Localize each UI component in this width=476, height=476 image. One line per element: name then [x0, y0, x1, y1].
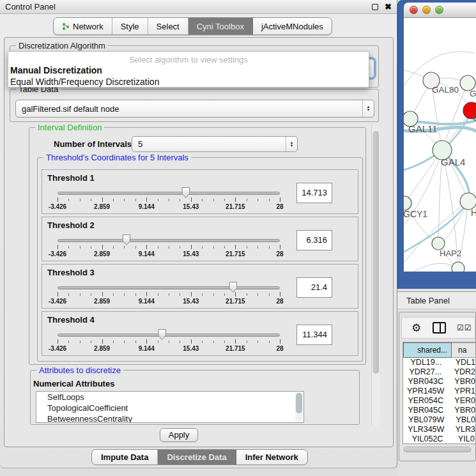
table-row[interactable]: YDL19...YDL1 [403, 358, 475, 367]
slider-tick [235, 292, 236, 296]
slider-tick [213, 199, 214, 201]
slider-ticks [58, 339, 280, 344]
top-tabstrip: Network Style Select Cyni Toolbox jActiv… [53, 17, 332, 35]
node-bottom[interactable] [452, 262, 464, 272]
table-row[interactable]: YPR145WYPR1 [403, 387, 475, 396]
slider-tick [58, 339, 58, 344]
algorithm-group-title: Discretization Algorithm [16, 41, 108, 50]
slider-thumb[interactable] [181, 187, 190, 198]
attribute-list-item[interactable]: TopologicalCoefficient [36, 403, 303, 413]
close-traffic-light-icon[interactable] [410, 6, 418, 14]
thresholds-group-title: Threshold's Coordinates for 5 Intervals [43, 153, 191, 162]
table-data-combo-value: galFiltered.sif default node [22, 104, 119, 114]
slider-tick-label: 28 [276, 250, 283, 257]
minimize-traffic-light-icon[interactable] [422, 6, 431, 14]
slider-tick [91, 341, 91, 343]
dropdown-option-equal-width[interactable]: Equal Width/Frequency Discretization [8, 76, 369, 88]
slider-tick-label: 9.144 [139, 345, 155, 352]
column-header-shared[interactable]: shared... [403, 342, 452, 358]
slider-tick-labels: -3.4262.8599.14415.4321.71528 [58, 250, 280, 258]
cell-name: YBL0 [449, 415, 475, 425]
slider-tick [269, 199, 270, 201]
tab-jactivemnodules-label: jActiveMNodules [261, 22, 323, 31]
tab-select[interactable]: Select [148, 18, 188, 35]
threshold-value-box[interactable]: 6.316 [296, 230, 332, 250]
slider-thumb[interactable] [229, 282, 237, 293]
table-row[interactable]: YBR043CYBR0 [403, 377, 475, 387]
slider-track[interactable] [58, 192, 280, 195]
table-horizontal-scrollbar[interactable] [402, 447, 473, 452]
close-icon[interactable]: ✖ [385, 4, 392, 10]
slider-tick-label: 28 [276, 298, 283, 305]
checkbox-icons[interactable]: ☑☑ [457, 323, 472, 332]
settings-vertical-scrollbar[interactable] [371, 123, 380, 426]
node-hap2[interactable] [432, 237, 445, 250]
network-canvas[interactable]: GAL80 G C GAL11 GAL4 GCY1 H HAP2 [404, 18, 476, 272]
number-of-intervals-value: 5 [138, 139, 142, 149]
threshold-label: Threshold 2 [47, 220, 95, 230]
slider-tick [68, 199, 69, 201]
slider-tick [202, 293, 203, 296]
cell-shared-name: YLR345W [403, 425, 449, 434]
tab-discretize-data[interactable]: Discretize Data [158, 450, 236, 464]
attributes-list-scrollbar[interactable] [295, 392, 303, 423]
slider-tick [91, 246, 91, 249]
tab-impute-data[interactable]: Impute Data [92, 450, 158, 464]
table-data-combo[interactable]: galFiltered.sif default node ▲▼ [15, 100, 374, 118]
tab-style[interactable]: Style [112, 18, 148, 35]
slider-track[interactable] [58, 334, 280, 337]
columns-icon[interactable] [433, 322, 446, 334]
slider-tick [180, 293, 180, 296]
table-row[interactable]: YIL052CYIL0 [403, 434, 475, 444]
threshold-value-box[interactable]: 11.344 [296, 325, 332, 345]
node-table[interactable]: shared... na YDL19...YDL1YDR27...YDR2YBR… [403, 342, 475, 444]
table-hscrollbar-thumb[interactable] [403, 447, 472, 452]
tab-infer-network[interactable]: Infer Network [236, 450, 307, 464]
table-row[interactable]: YBL079WYBL0 [403, 415, 475, 425]
numerical-attributes-list[interactable]: SelfLoopsTopologicalCoefficientBetweenne… [36, 391, 304, 423]
attributes-scrollbar-thumb[interactable] [296, 393, 302, 413]
combo-stepper-icon[interactable]: ▲▼ [286, 137, 297, 151]
apply-button[interactable]: Apply [160, 428, 198, 442]
tab-jactivemnodules[interactable]: jActiveMNodules [253, 18, 332, 35]
column-header-name[interactable]: na [452, 342, 475, 358]
slider-tick-label: 9.144 [139, 203, 155, 210]
settings-scrollbar-thumb[interactable] [372, 131, 379, 374]
slider-tick [191, 197, 192, 202]
slider-tick [146, 292, 147, 296]
table-row[interactable]: YDR27...YDR2 [403, 367, 475, 377]
threshold-value-box[interactable]: 21.4 [296, 277, 332, 298]
slider-ticks [58, 197, 280, 203]
slider-tick [146, 245, 147, 249]
combo-stepper-icon[interactable]: ▲▼ [362, 100, 374, 117]
gear-icon[interactable]: ⚙ [411, 323, 421, 334]
tab-cyni-toolbox[interactable]: Cyni Toolbox [188, 18, 253, 35]
window-title: Control Panel [5, 2, 56, 12]
float-window-icon[interactable] [372, 4, 378, 10]
slider-tick-label: 2.859 [94, 203, 110, 210]
slider-tick [169, 341, 169, 343]
node-gcy1[interactable] [404, 196, 411, 210]
slider-tick-label: 15.43 [183, 250, 199, 257]
zoom-traffic-light-icon[interactable] [435, 6, 443, 14]
slider-thumb[interactable] [122, 234, 130, 245]
slider-thumb[interactable] [158, 329, 166, 340]
slider-tick [124, 246, 125, 249]
table-row[interactable]: YER054CYER0 [403, 396, 475, 406]
cell-name: YIL0 [452, 434, 475, 444]
table-row[interactable]: YLR345WYLR3 [403, 425, 475, 434]
slider-track[interactable] [58, 239, 280, 242]
slider-track[interactable] [58, 286, 280, 289]
threshold-value-box[interactable]: 14.713 [296, 183, 332, 203]
attribute-list-item[interactable]: SelfLoops [36, 392, 303, 403]
slider-tick [280, 339, 280, 344]
slider-tick [169, 246, 169, 249]
slider-tick [180, 341, 180, 343]
dropdown-placeholder: Select algorithm to view settings [8, 52, 369, 65]
table-row[interactable]: YBR045CYBR0 [403, 406, 475, 415]
number-of-intervals-combo[interactable]: 5 ▲▼ [132, 136, 298, 152]
attribute-list-item[interactable]: BetweennessCentrality [36, 413, 303, 423]
dropdown-option-manual[interactable]: Manual Discretization [8, 65, 369, 76]
slider-tick [235, 197, 236, 202]
tab-network[interactable]: Network [54, 18, 112, 35]
